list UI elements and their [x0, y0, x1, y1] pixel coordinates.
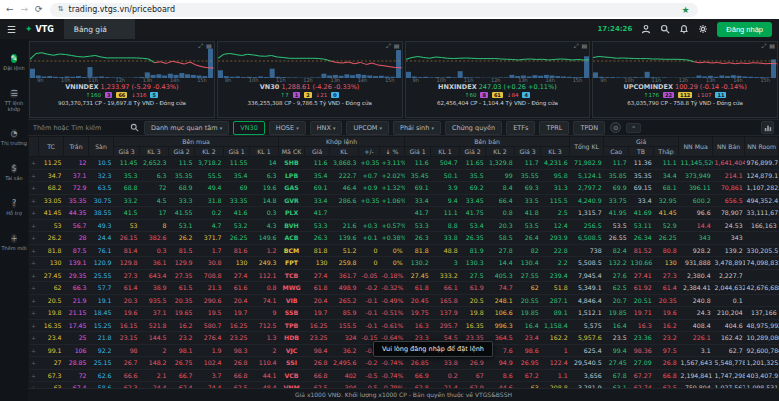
bookmark-star-icon[interactable]: ★ [682, 5, 690, 15]
col-ask-price2[interactable]: Giá 2 [460, 147, 486, 157]
table-row[interactable]: +68.272.963.568.87268.949.46919.6GAS69.1… [29, 182, 779, 195]
table-row[interactable]: +19.821.1518.4519.637.119.6519.519.79SSB… [29, 307, 779, 320]
symbol-cell[interactable]: VJC [279, 344, 305, 357]
search-input[interactable] [33, 124, 125, 132]
pin-icon[interactable]: + [29, 169, 39, 182]
symbol-cell[interactable]: LPB [279, 169, 305, 182]
col-total-volume[interactable]: Tổng KL [570, 137, 604, 157]
pin-icon[interactable]: + [29, 244, 39, 257]
sidebar-item-support[interactable]: ?Hỗ trợ [0, 191, 28, 217]
col-ask-price3[interactable]: Giá 3 [515, 147, 541, 157]
col-bid-price1[interactable]: Giá 1 [224, 147, 250, 157]
filter-tab-vn30[interactable]: VN30 [233, 121, 265, 135]
col-foreign-buy[interactable]: NN Mua [679, 137, 713, 157]
table-row[interactable]: +34.737.132.335.36.335.3555.535.46.3LPB3… [29, 169, 779, 182]
collapse-filter-button[interactable]: ^ [626, 123, 641, 133]
symbol-cell[interactable]: VIB [279, 294, 305, 307]
expand-icon[interactable]: ⤢ [762, 42, 767, 50]
sidebar-item-pencil[interactable]: ✎Đặt lệnh [0, 46, 28, 72]
pin-icon[interactable]: + [29, 157, 39, 170]
col-match-price[interactable]: Giá [305, 147, 330, 157]
login-button[interactable]: Đăng nhập [717, 22, 772, 37]
pin-icon[interactable]: + [29, 269, 39, 282]
pin-icon[interactable]: + [29, 219, 39, 232]
symbol-cell[interactable]: TCB [279, 269, 305, 282]
table-row[interactable]: +6367.458.662.324.462.474.462.548.4VNM62… [29, 382, 779, 389]
table-row[interactable]: +11.251210.511.452,652.311.53,718.211.55… [29, 157, 779, 170]
forward-icon[interactable]: → [21, 5, 29, 14]
pin-icon[interactable]: + [29, 232, 39, 245]
col-foreign-room[interactable]: NN Room [745, 137, 779, 157]
filter-tab-etfs[interactable]: ETFs [506, 121, 535, 135]
col-ask-price1[interactable]: Giá 1 [405, 147, 431, 157]
table-row[interactable]: +20.521.919.120.3935.520.35290.620.474.1… [29, 294, 779, 307]
table-row[interactable]: +130139.1120.9129.836.1129.930.8130249.3… [29, 257, 779, 270]
col-bid-price3[interactable]: Giá 3 [114, 147, 140, 157]
site-info-icon[interactable]: ⇅ [58, 6, 64, 13]
candle-chart-icon[interactable]: ▤ [394, 42, 400, 50]
candle-chart-icon[interactable]: ▤ [206, 42, 212, 50]
symbol-cell[interactable]: SSI [279, 357, 305, 370]
col-bid-vol3[interactable]: KL 3 [140, 147, 169, 157]
col-symbol[interactable]: Mã CK [279, 147, 305, 157]
pin-icon[interactable]: + [29, 207, 39, 220]
col-bid-vol1[interactable]: KL 1 [250, 147, 279, 157]
symbol-cell[interactable]: HDB [279, 332, 305, 345]
pin-icon[interactable]: + [29, 194, 39, 207]
col-ask-vol1[interactable]: KL 1 [431, 147, 460, 157]
filter-tab-tpdn[interactable]: TPDN [573, 121, 605, 135]
pin-icon[interactable]: + [29, 257, 39, 270]
symbol-cell[interactable]: GVR [279, 194, 305, 207]
filter-tab-upcom[interactable]: UPCOM ▾ [346, 121, 389, 135]
table-row[interactable]: +67.37262.666.62.166.73.766.844.1VCB66.8… [29, 369, 779, 382]
user-icon[interactable] [641, 24, 651, 34]
pin-icon[interactable]: + [29, 319, 39, 332]
col-avg[interactable]: TB [629, 147, 654, 157]
back-icon[interactable]: ← [6, 5, 14, 14]
symbol-cell[interactable]: TPB [279, 319, 305, 332]
symbol-cell[interactable]: MWG [279, 282, 305, 295]
symbol-cell[interactable]: BCM [279, 244, 305, 257]
pin-icon[interactable]: + [29, 369, 39, 382]
expand-icon[interactable]: ⤢ [574, 42, 579, 50]
sidebar-item-order-list[interactable]: ☰TT lệnh khớp [0, 81, 28, 113]
tab-priceboard[interactable]: Bảng giá [64, 19, 135, 39]
search-icon[interactable] [660, 24, 670, 34]
table-row[interactable]: +27.4529.3525.5527.3643.427.35708.827.41… [29, 269, 779, 282]
symbol-cell[interactable]: BVH [279, 219, 305, 232]
search-icon[interactable] [130, 123, 139, 132]
symbol-cell[interactable]: SSB [279, 307, 305, 320]
filter-tab-hose[interactable]: HOSE ▾ [269, 121, 306, 135]
symbol-cell[interactable]: VNM [279, 382, 305, 389]
table-row[interactable]: +26.22824.426.15382.626.2371.726.25149.6… [29, 232, 779, 245]
pin-icon[interactable]: + [29, 307, 39, 320]
bell-icon[interactable] [679, 24, 689, 34]
filter-tab-tprl[interactable]: TPRL [539, 121, 569, 135]
pin-icon[interactable]: + [29, 182, 39, 195]
symbol-cell[interactable]: ACB [279, 232, 305, 245]
sidebar-item-market-chart[interactable]: ◔Thị trường [0, 121, 28, 147]
filter-tab-phái-sinh[interactable]: Phái sinh ▾ [393, 121, 441, 135]
col-match-vol[interactable]: KL [330, 147, 359, 157]
col-ask-vol2[interactable]: KL 2 [486, 147, 515, 157]
symbol-cell[interactable]: FPT [279, 257, 305, 270]
bond-board-icon[interactable]: ⊙ [610, 122, 621, 133]
symbol-cell[interactable]: PLX [279, 207, 305, 220]
table-row[interactable]: +5356.749.353853.14.753.24.3BVH53.321.6+… [29, 219, 779, 232]
refresh-icon[interactable]: ⟳ [35, 5, 43, 14]
candle-chart-icon[interactable]: ▤ [769, 42, 775, 50]
table-row[interactable]: +41.4544.3538.5541.51741.550.241.60.3PLX… [29, 207, 779, 220]
symbol-cell[interactable]: GAS [279, 182, 305, 195]
chart-view-button[interactable] [761, 121, 774, 134]
pin-icon[interactable]: + [29, 382, 39, 389]
pin-icon[interactable]: + [29, 344, 39, 357]
sidebar-item-wallet[interactable]: $Tài sản [0, 156, 28, 182]
col-ask-vol3[interactable]: KL 3 [541, 147, 570, 157]
gear-icon[interactable] [698, 24, 708, 34]
col-low[interactable]: Thấp [654, 147, 679, 157]
filter-tab-chứng-quyền[interactable]: Chứng quyền [445, 121, 502, 135]
col-high[interactable]: Cao [604, 147, 629, 157]
table-row[interactable]: +2728.8525.1526.7148.226.75102.426.8110.… [29, 357, 779, 370]
pin-icon[interactable]: + [29, 294, 39, 307]
symbol-cell[interactable]: VCB [279, 369, 305, 382]
